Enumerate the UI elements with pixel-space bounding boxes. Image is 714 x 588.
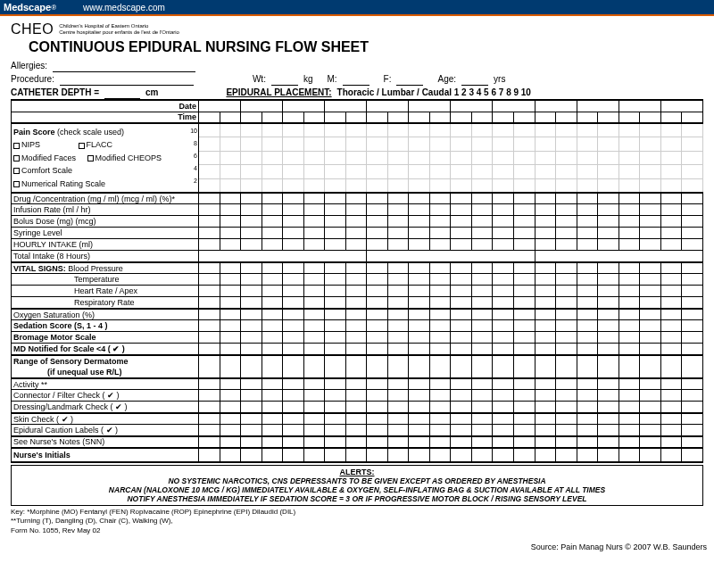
flacc-checkbox[interactable]	[79, 143, 85, 149]
key-3: Form No. 1055, Rev May 02	[11, 526, 703, 535]
reg-mark: ®	[51, 4, 56, 12]
meta-section: Allergies: Procedure: Wt:kg M: F: Age:yr…	[11, 59, 703, 99]
row-sensory: Range of Sensory Dermatome	[12, 355, 199, 367]
alerts-box: ALERTS: NO SYSTEMIC NARCOTICS, CNS DEPRE…	[11, 465, 703, 506]
age-label: Age:	[437, 72, 456, 86]
date-label: Date	[12, 100, 199, 112]
row-total: Total Intake (8 Hours)	[12, 251, 199, 262]
time-label: Time	[12, 112, 199, 123]
comfort-checkbox[interactable]	[13, 168, 20, 174]
placement-opts: Thoracic / Lumbar / Caudal 1 2 3 4 5 6 7…	[337, 86, 531, 99]
f-label: F:	[384, 72, 392, 86]
modfaces-checkbox[interactable]	[13, 155, 20, 161]
key-2: **Turning (T), Dangling (D), Chair (C), …	[11, 517, 703, 526]
source-line: Source: Pain Manag Nurs © 2007 W.B. Saun…	[0, 541, 714, 553]
age-field[interactable]	[461, 72, 488, 86]
numerical-checkbox[interactable]	[13, 181, 20, 187]
alerts-header: ALERTS:	[15, 468, 699, 476]
row-sensory2: (if unequal use R/L)	[12, 367, 199, 378]
logo-sub-en: Children's Hospital of Eastern Ontario	[59, 23, 179, 29]
procedure-label: Procedure:	[11, 72, 54, 86]
row-bolus: Bolus Dose (mg) (mcg)	[12, 216, 199, 228]
logo-row: CHEO Children's Hospital of Eastern Onta…	[11, 21, 703, 37]
catheter-label: CATHETER DEPTH =	[11, 86, 99, 99]
row-skin: Skin Check ( ✔ )	[12, 413, 199, 425]
row-activity: Activity **	[12, 378, 199, 390]
flow-grid: Date Time Pain Score (check scale used) …	[11, 99, 703, 463]
row-hourly: HOURLY INTAKE (ml)	[12, 239, 199, 251]
page-title: CONTINUOUS EPIDURAL NURSING FLOW SHEET	[29, 39, 703, 55]
wt-field[interactable]	[271, 72, 298, 86]
row-mdnotified: MD Notified for Scale <4 ( ✔ )	[12, 344, 199, 355]
row-infusion: Infusion Rate (ml / hr)	[12, 204, 199, 216]
url: www.medscape.com	[83, 3, 165, 12]
alert-1: NO SYSTEMIC NARCOTICS, CNS DEPRESSANTS T…	[15, 476, 699, 485]
row-o2: Oxygen Saturation (%)	[12, 309, 199, 320]
alert-2: NARCAN (NALOXONE 10 MCG / KG) IMMEDIATEL…	[15, 485, 699, 494]
row-drug: Drug /Concentration (mg / ml) (mcg / ml)…	[12, 193, 199, 204]
logo: CHEO	[11, 21, 54, 37]
flow-sheet: CHEO Children's Hospital of Eastern Onta…	[0, 16, 714, 539]
modcheops-checkbox[interactable]	[87, 155, 94, 161]
m-field[interactable]	[343, 72, 369, 86]
allergies-label: Allergies:	[11, 59, 47, 72]
catheter-field[interactable]	[104, 86, 140, 99]
procedure-field[interactable]	[60, 72, 194, 86]
row-syringe: Syringe Level	[12, 228, 199, 239]
alert-3: NOTIFY ANESTHESIA IMMEDIATELY IF SEDATIO…	[15, 494, 699, 503]
row-notes: See Nurse's Notes (SNN)	[12, 436, 199, 448]
row-caution: Epidural Caution Labels ( ✔ )	[12, 425, 199, 436]
logo-sub-fr: Centre hospitalier pour enfants de l'est…	[59, 29, 179, 36]
allergies-field[interactable]	[53, 59, 195, 72]
key-1: Key: *Morphine (MO) Fentanyl (FEN) Ropiv…	[11, 508, 703, 517]
wt-label: Wt:	[253, 72, 266, 86]
f-field[interactable]	[396, 72, 423, 86]
topbar: Medscape® www.medscape.com	[0, 0, 714, 16]
row-initials: Nurse's Initials	[12, 448, 199, 462]
row-vitals: VITAL SIGNS: Blood Pressure	[12, 262, 199, 274]
row-bromage: Bromage Motor Scale	[12, 332, 199, 344]
m-label: M:	[327, 72, 336, 86]
row-rr: Respiratory Rate	[12, 297, 199, 309]
row-sedation: Sedation Score (S, 1 - 4 )	[12, 320, 199, 332]
placement-label: EPIDURAL PLACEMENT:	[226, 86, 331, 99]
nips-checkbox[interactable]	[13, 143, 20, 149]
row-dressing: Dressing/Landmark Check ( ✔ )	[12, 402, 199, 413]
row-hr: Heart Rate / Apex	[12, 286, 199, 297]
row-connector: Connector / Filter Check ( ✔ )	[12, 390, 199, 402]
brand: Medscape	[4, 2, 51, 12]
key-section: Key: *Morphine (MO) Fentanyl (FEN) Ropiv…	[11, 508, 703, 535]
row-temp: Temperature	[12, 274, 199, 286]
